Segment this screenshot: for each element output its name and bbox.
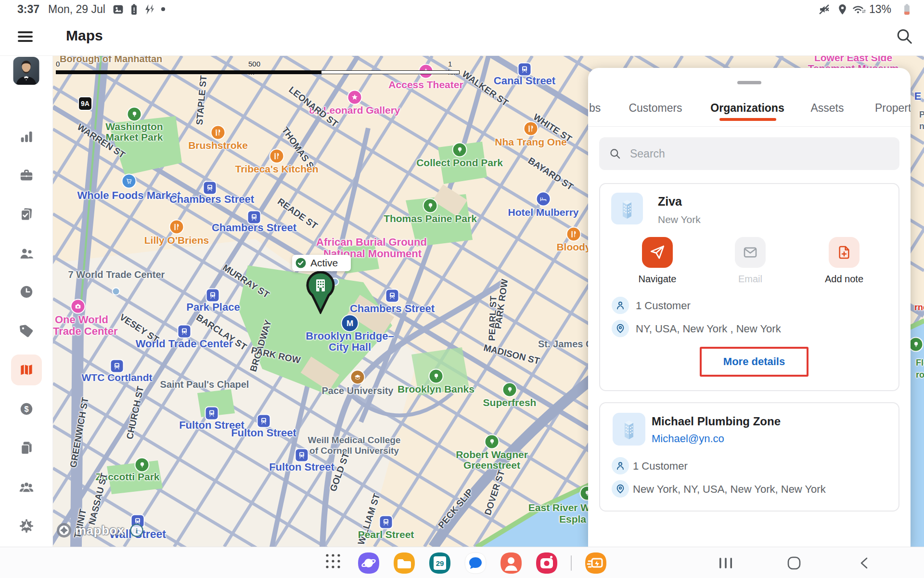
organization-map-marker[interactable]: [303, 271, 338, 314]
map-label: Fulton Street: [269, 461, 334, 473]
messages-app-icon[interactable]: [464, 552, 487, 575]
date: Mon, 29 Jul: [48, 3, 105, 16]
poi-park-icon: [430, 370, 443, 383]
map-label: Robert Wagner: [456, 449, 528, 460]
poi-subway-icon: [296, 449, 308, 461]
poi-park-icon: [486, 435, 499, 448]
avatar-image: [13, 57, 39, 85]
poi-attraction-icon: [348, 91, 361, 104]
sidebar-item-jobs[interactable]: [11, 160, 42, 191]
info-icon[interactable]: i: [129, 523, 144, 538]
user-avatar[interactable]: [13, 57, 39, 85]
drag-handle[interactable]: [737, 81, 761, 84]
sidebar-item-invoices[interactable]: $: [11, 394, 42, 424]
customer-count: 1 Customer: [633, 460, 688, 473]
search-icon[interactable]: [895, 27, 913, 45]
poi-food-icon: [525, 122, 538, 135]
gear-icon: [18, 518, 35, 534]
screen: 3:37 Mon, 29 Jul 13% Maps: [0, 0, 924, 578]
calendar-app-icon[interactable]: 29: [428, 552, 451, 575]
battery-icon: [901, 3, 913, 15]
poi-subway-icon: [386, 290, 398, 302]
map-label: African Burial Ground: [316, 236, 427, 249]
map-label: Park Place: [186, 301, 240, 314]
check-circle-icon: [295, 257, 307, 269]
customers-icon: [18, 245, 35, 262]
documents-icon: [18, 440, 35, 456]
map-label: WTC Cortlandt: [82, 372, 153, 383]
organization-address: New York, NY, USA, New York, New York: [633, 483, 826, 496]
sidebar-item-dashboard[interactable]: [11, 121, 42, 152]
tab-properties[interactable]: Properti: [875, 102, 911, 115]
samsung-internet-app-icon[interactable]: [357, 552, 380, 575]
dollar-icon: $: [18, 401, 35, 417]
sidebar-item-teams[interactable]: [11, 472, 42, 502]
app-drawer-button[interactable]: [321, 552, 345, 575]
recents-button[interactable]: [715, 553, 736, 573]
poi-food-icon: [212, 126, 225, 139]
menu-icon[interactable]: [14, 26, 36, 47]
scale-start: 0: [56, 60, 60, 68]
poi-subway-icon: [206, 407, 218, 420]
marker-status-label: Active: [310, 257, 338, 269]
poi-food-icon: [170, 221, 183, 234]
map-label: Pearl Street: [358, 529, 414, 540]
poi-park-icon: [136, 459, 149, 472]
back-button[interactable]: [854, 553, 875, 573]
map-icon: [18, 362, 35, 378]
map-label: Canal Street: [494, 75, 555, 87]
building-icon: [618, 418, 640, 441]
person-icon: [612, 297, 629, 314]
clipboard-check-icon: [18, 206, 35, 223]
sidebar-item-timesheet[interactable]: [11, 276, 42, 307]
briefcase-icon: [18, 167, 35, 184]
clock-icon: [18, 284, 35, 300]
map-label: Espla: [559, 513, 586, 525]
map-label: Pace University: [322, 385, 394, 396]
zuper-app-app-icon[interactable]: [584, 552, 607, 575]
map-label: Collect Pond Park: [416, 157, 503, 169]
app-header: Maps: [0, 18, 924, 56]
tab-customers[interactable]: Customers: [629, 102, 682, 115]
map-label: One World: [55, 314, 108, 326]
map-label: Trade Center: [53, 325, 118, 338]
more-details-button[interactable]: More details: [700, 347, 808, 377]
tab-assets[interactable]: Assets: [810, 102, 844, 115]
mapbox-attribution[interactable]: mapbox i: [56, 522, 144, 539]
tab-organizations[interactable]: Organizations: [710, 102, 784, 115]
divider: [588, 126, 911, 127]
svg-text:$: $: [24, 405, 28, 413]
map-label: Market Park: [105, 131, 163, 143]
poi-subway-icon: [207, 289, 219, 302]
organization-card-ziva[interactable]: Ziva New York Navigate Email Add note 1 …: [599, 183, 899, 391]
sidebar-item-documents[interactable]: [11, 433, 42, 463]
home-button[interactable]: [783, 553, 805, 573]
highway-shield-9a: 9A: [78, 96, 92, 111]
sidebar-item-maps[interactable]: [11, 355, 42, 385]
contacts-app-icon[interactable]: [500, 552, 523, 575]
sidebar-item-customers[interactable]: [11, 238, 42, 269]
map-label: Chambers Street: [169, 193, 254, 206]
sidebar-item-settings[interactable]: [11, 511, 42, 541]
email-button[interactable]: Email: [724, 237, 777, 285]
organization-card-michael-plumbing-zone[interactable]: Michael Plumbing Zone Michael@yn.co 1 Cu…: [599, 402, 899, 512]
sidebar-item-tags[interactable]: [11, 315, 42, 346]
poi-hotel-icon: [537, 193, 550, 206]
page-title: Maps: [66, 27, 103, 44]
tab-jobs[interactable]: bs: [589, 102, 601, 115]
map-label: Brooklyn Banks: [398, 383, 475, 395]
add-note-button[interactable]: Add note: [818, 237, 871, 285]
tag-icon: [18, 323, 35, 339]
search-input[interactable]: [629, 147, 890, 161]
my-files-app-icon[interactable]: [393, 552, 416, 575]
email-icon: [743, 245, 758, 260]
camera-app-icon[interactable]: [535, 552, 558, 575]
map-label: Whole Foods Market: [77, 189, 180, 202]
navigate-button[interactable]: Navigate: [631, 237, 684, 285]
sidebar-item-tasks[interactable]: [11, 199, 42, 230]
poi-food-icon: [567, 228, 580, 241]
organization-email-link[interactable]: Michael@yn.co: [652, 433, 724, 445]
notification-dot: [160, 6, 166, 12]
panel-search[interactable]: [599, 137, 899, 170]
svg-text:29: 29: [436, 559, 444, 567]
